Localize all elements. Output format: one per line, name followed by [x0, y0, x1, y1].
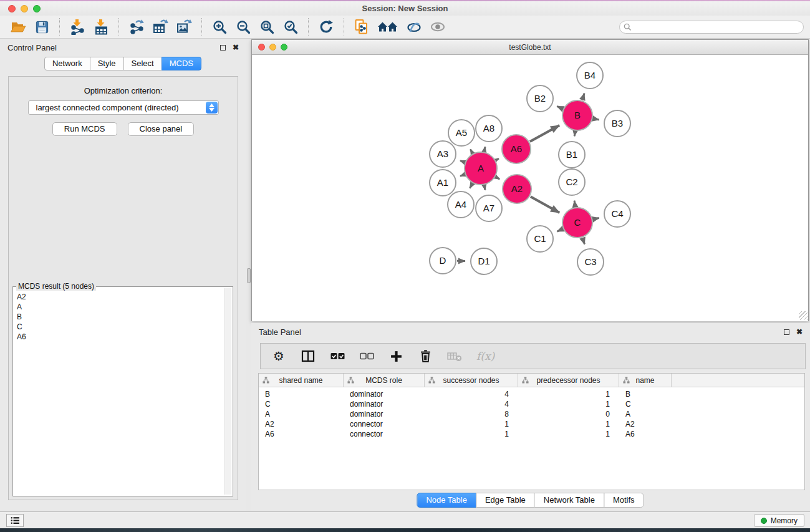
- graph-node-B2[interactable]: B2: [527, 85, 553, 112]
- network-window-titlebar[interactable]: testGlobe.txt: [252, 40, 808, 55]
- import-network-button[interactable]: [68, 18, 87, 36]
- table-row[interactable]: Adominator80A: [259, 409, 804, 419]
- table-row[interactable]: Bdominator41B: [259, 389, 804, 399]
- deselect-all-rows-button[interactable]: [359, 352, 374, 360]
- float-panel-icon[interactable]: [220, 45, 226, 51]
- close-panel-icon[interactable]: ✖: [796, 328, 803, 336]
- save-session-button[interactable]: [32, 18, 51, 36]
- close-panel-button[interactable]: Close panel: [128, 122, 195, 136]
- result-item[interactable]: C: [17, 322, 224, 332]
- tab-edge-table[interactable]: Edge Table: [476, 493, 535, 508]
- zoom-out-button[interactable]: [234, 18, 253, 36]
- column-type-icon: [428, 377, 435, 385]
- graph-node-B3[interactable]: B3: [604, 110, 630, 137]
- import-table-button[interactable]: [92, 18, 110, 36]
- graph-node-D1[interactable]: D1: [471, 248, 497, 274]
- graph-node-A4[interactable]: A4: [448, 191, 474, 218]
- zoom-fit-button[interactable]: [258, 18, 276, 36]
- graph-node-A3[interactable]: A3: [430, 141, 456, 167]
- result-item[interactable]: A: [17, 302, 224, 312]
- function-builder-button[interactable]: f(x): [476, 350, 494, 362]
- optimization-criterion-select[interactable]: largest connected component (directed): [28, 100, 219, 115]
- tab-select[interactable]: Select: [123, 57, 162, 70]
- result-scrollbar[interactable]: [224, 288, 231, 495]
- graph-node-C4[interactable]: C4: [604, 201, 630, 227]
- graph-node-A6[interactable]: A6: [502, 135, 531, 163]
- eye-button[interactable]: [428, 18, 447, 36]
- select-all-rows-button[interactable]: [330, 352, 345, 360]
- column-header-MCDS-role[interactable]: MCDS role: [344, 374, 425, 387]
- open-session-button[interactable]: [9, 18, 27, 36]
- graph-node-A2[interactable]: A2: [503, 175, 531, 203]
- graph-node-A[interactable]: A: [465, 152, 497, 185]
- graph-node-C3[interactable]: C3: [577, 249, 604, 275]
- tab-node-table[interactable]: Node Table: [417, 493, 476, 508]
- export-image-button[interactable]: [175, 18, 193, 36]
- close-panel-icon[interactable]: ✖: [233, 44, 239, 51]
- graph-node-B[interactable]: B: [562, 100, 592, 130]
- import-table-icon: [93, 19, 109, 35]
- optimization-criterion-value: largest connected component (directed): [36, 103, 179, 112]
- network-canvas[interactable]: AA6A2BCA5A8A3A1A4A7B2B4B3B1C2C4C1C3DD1: [252, 56, 808, 321]
- run-mcds-button[interactable]: Run MCDS: [52, 122, 117, 136]
- create-column-button[interactable]: [388, 350, 403, 363]
- result-item[interactable]: A2: [17, 292, 224, 302]
- network-graph: AA6A2BCA5A8A3A1A4A7B2B4B3B1C2C4C1C3DD1: [252, 56, 808, 321]
- zoom-in-button[interactable]: [210, 18, 229, 36]
- graph-node-A1[interactable]: A1: [430, 170, 456, 196]
- node-label: C1: [534, 233, 546, 244]
- result-item[interactable]: A6: [17, 332, 224, 342]
- graph-node-D[interactable]: D: [430, 248, 456, 274]
- eye-slash-button[interactable]: [405, 18, 423, 36]
- column-header-successor-nodes[interactable]: successor nodes: [425, 374, 518, 387]
- network-view-title: testGlobe.txt: [252, 43, 808, 52]
- tab-style[interactable]: Style: [90, 57, 124, 70]
- mcds-tab-content: Optimization criterion: largest connecte…: [8, 76, 238, 500]
- column-visibility-button[interactable]: [301, 349, 316, 364]
- column-header-shared-name[interactable]: shared name: [259, 374, 344, 387]
- column-header-name[interactable]: name: [619, 374, 672, 387]
- export-network-icon: [128, 19, 145, 35]
- table-settings-button[interactable]: ⚙: [271, 350, 286, 362]
- resize-grip-icon[interactable]: [799, 311, 808, 320]
- graph-node-C[interactable]: C: [562, 208, 592, 238]
- tab-motifs[interactable]: Motifs: [604, 493, 644, 508]
- delete-column-button[interactable]: [418, 349, 433, 364]
- home-pair-button[interactable]: [376, 18, 400, 36]
- mcds-result-box: MCDS result (5 nodes) A2ABCA6: [12, 286, 233, 496]
- zoom-selected-button[interactable]: [281, 18, 300, 36]
- search-input[interactable]: [619, 21, 804, 34]
- tab-mcds[interactable]: MCDS: [162, 57, 201, 70]
- show-panel-list-button[interactable]: [6, 514, 24, 527]
- table-cell: 1: [518, 420, 619, 428]
- graph-node-B1[interactable]: B1: [559, 142, 585, 168]
- result-item[interactable]: B: [17, 312, 224, 322]
- graph-node-A7[interactable]: A7: [476, 195, 502, 221]
- node-label: A6: [511, 143, 522, 154]
- duplicate-network-button[interactable]: [352, 18, 371, 36]
- memory-button[interactable]: Memory: [754, 514, 804, 527]
- export-table-button[interactable]: [151, 18, 170, 36]
- table-cell: A2: [259, 420, 344, 428]
- tab-network-table[interactable]: Network Table: [534, 493, 604, 508]
- edge-C-C4: [593, 218, 599, 219]
- column-header-predecessor-nodes[interactable]: predecessor nodes: [518, 374, 619, 387]
- graph-node-C2[interactable]: C2: [559, 169, 585, 195]
- plus-icon: [390, 350, 403, 363]
- tab-network[interactable]: Network: [44, 57, 90, 70]
- table-row[interactable]: Cdominator41C: [259, 399, 804, 409]
- graph-node-A5[interactable]: A5: [448, 120, 475, 146]
- table-cell: dominator: [344, 390, 425, 399]
- split-pane-handle[interactable]: [247, 268, 251, 283]
- float-panel-icon[interactable]: [784, 329, 789, 335]
- node-label: A7: [483, 203, 494, 213]
- graph-node-B4[interactable]: B4: [577, 62, 603, 89]
- graph-node-A8[interactable]: A8: [476, 115, 502, 142]
- refresh-button[interactable]: [317, 18, 335, 36]
- table-row[interactable]: A2connector11A2: [259, 419, 804, 429]
- export-network-button[interactable]: [127, 18, 146, 36]
- graph-node-C1[interactable]: C1: [527, 226, 553, 252]
- table-row[interactable]: A6connector11A6: [259, 429, 804, 439]
- delete-table-button[interactable]: [447, 351, 462, 362]
- table-cell: 8: [425, 410, 518, 418]
